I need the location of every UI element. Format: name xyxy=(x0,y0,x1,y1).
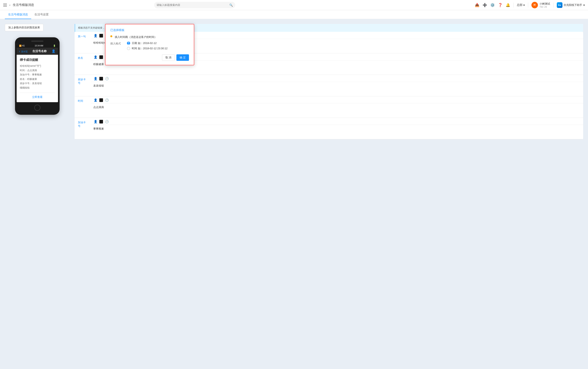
modal-header: 已选择模板 xyxy=(110,28,189,32)
phone-wrapper: 📶 4G 10:34 AM 🔋 ‹ 支付宝 生活号名称 👤 绑 xyxy=(5,37,70,115)
inbox-icon[interactable]: 📥 xyxy=(475,3,479,7)
search-icon[interactable]: 🔍 xyxy=(229,3,233,7)
phone-time: 10:34 AM xyxy=(35,45,43,47)
modal-option-datetime[interactable]: 时间 如：2018-02-12 23:30:12 xyxy=(127,47,167,50)
modal-indicator-row: 插入时间戳（消息送达客户的时间） xyxy=(110,35,189,39)
header-search: 🔍 xyxy=(154,2,235,8)
tab-settings[interactable]: 生活号设置 xyxy=(31,10,52,19)
tab-message[interactable]: 生活号模版消息 xyxy=(5,10,31,19)
phone-back-icon[interactable]: ‹ 支付宝 xyxy=(19,50,28,53)
avatar: 树 xyxy=(531,2,538,8)
header-left: ‹ 生活号模版消息 xyxy=(3,3,34,7)
user-info: 小树测试 TID: 29 xyxy=(539,2,550,8)
phone-link[interactable]: 立即查看 xyxy=(20,95,55,99)
user-tid: TID: 29 xyxy=(539,6,550,8)
form-section: 已选择模板 插入时间戳（消息送达客户的时间） 插入格式 日期 如：2018- xyxy=(75,24,583,364)
branch-selector[interactable]: 总部 ▾ xyxy=(517,3,525,7)
phone-nav-bar: ‹ 支付宝 生活号名称 👤 xyxy=(17,48,58,55)
radio-date[interactable] xyxy=(127,41,130,45)
bell-icon[interactable]: 🔔 xyxy=(506,3,510,7)
phone-card-title: 绑卡成功提醒 xyxy=(20,58,55,62)
phone-screen: 📶 4G 10:34 AM 🔋 ‹ 支付宝 生活号名称 👤 绑 xyxy=(17,44,58,102)
modal-indicator-label: 插入时间戳（消息送达客户的时间） xyxy=(115,35,157,39)
main-content: 加上参数内容后的预览效果 📶 4G 10:34 AM 🔋 ‹ 支付宝 xyxy=(0,19,588,369)
indicator-dot xyxy=(110,35,112,37)
page-title: 生活号模版消息 xyxy=(13,3,34,7)
phone-mockup: 📶 4G 10:34 AM 🔋 ‹ 支付宝 生活号名称 👤 绑 xyxy=(15,37,60,115)
help-icon[interactable]: ❓ xyxy=(498,3,502,7)
card-line-2: 时间：点点滴滴 xyxy=(20,68,55,73)
app-logo: Ea xyxy=(557,2,562,8)
card-line-6: 哦哦啦啦 xyxy=(20,86,55,90)
search-input[interactable] xyxy=(157,3,229,7)
phone-home-button[interactable] xyxy=(34,105,40,111)
back-icon[interactable]: ‹ xyxy=(9,3,10,7)
modal-format-row: 插入格式 日期 如：2018-02-12 时间 如：2018-02-12 23:… xyxy=(110,41,189,50)
timestamp-modal: 已选择模板 插入时间戳（消息送达客户的时间） 插入格式 日期 如：2018- xyxy=(105,24,194,65)
phone-status-bar: 📶 4G 10:34 AM 🔋 xyxy=(17,44,58,48)
radio-datetime[interactable] xyxy=(127,47,130,50)
user-profile[interactable]: 树 小树测试 TID: 29 xyxy=(531,2,550,8)
phone-speaker xyxy=(31,41,43,42)
preview-button[interactable]: 加上参数内容后的预览效果 xyxy=(5,24,43,31)
modal-buttons: 取 消 确 定 xyxy=(110,54,189,61)
settings-icon[interactable]: ⚙️ xyxy=(490,3,495,7)
phone-signal: 📶 4G xyxy=(19,45,25,47)
modal-options: 日期 如：2018-02-12 时间 如：2018-02-12 23:30:12 xyxy=(127,41,167,50)
modal-indicator xyxy=(110,35,112,37)
card-line-3: 加油卡号：事事顺遂 xyxy=(20,72,55,77)
header-divider-2 xyxy=(528,3,528,8)
header-divider xyxy=(513,3,514,8)
app-chevron-icon: ▾ xyxy=(583,3,585,7)
card-line-1: 哈哈哈${name!"空"} xyxy=(20,64,55,68)
phone-nav-title: 生活号名称 xyxy=(32,50,47,53)
phone-nav-user-icon: 👤 xyxy=(51,49,56,53)
confirm-button[interactable]: 确 定 xyxy=(176,54,189,61)
add-icon[interactable]: ➕ xyxy=(483,3,487,7)
header-divider-3 xyxy=(553,3,554,8)
hamburger-icon[interactable] xyxy=(3,4,7,7)
phone-battery: 🔋 xyxy=(53,45,56,47)
branch-chevron-icon: ▾ xyxy=(523,3,525,7)
preview-section: 加上参数内容后的预览效果 📶 4G 10:34 AM 🔋 ‹ 支付宝 xyxy=(5,24,70,364)
tabs-bar: 生活号模版消息 生活号设置 xyxy=(0,10,588,19)
phone-card-text: 哈哈哈${name!"空"} 时间：点点滴滴 加油卡号：事事顺遂 姓名：积极健康… xyxy=(20,64,55,90)
modal-option-date[interactable]: 日期 如：2018-02-12 xyxy=(127,41,167,45)
branch-label: 总部 xyxy=(517,3,523,7)
cancel-button[interactable]: 取 消 xyxy=(162,54,175,61)
card-line-5: 就诊卡号：袁袁缩缩 xyxy=(20,81,55,86)
header: ‹ 生活号模版消息 🔍 📥 ➕ ⚙️ ❓ 🔔 总部 ▾ 树 小树测试 TID: … xyxy=(0,0,588,10)
modal-overlay: 已选择模板 插入时间戳（消息送达客户的时间） 插入格式 日期 如：2018- xyxy=(73,24,583,364)
header-icons: 📥 ➕ ⚙️ ❓ 🔔 总部 ▾ 树 小树测试 TID: 29 Ea 欣兆阳线下助… xyxy=(475,2,585,8)
app-name: 欣兆阳线下助手 xyxy=(564,3,582,7)
card-line-4: 姓名：积极健康 xyxy=(20,77,55,82)
user-name: 小树测试 xyxy=(539,2,550,6)
phone-content: 绑卡成功提醒 哈哈哈${name!"空"} 时间：点点滴滴 加油卡号：事事顺遂 … xyxy=(17,55,58,102)
modal-format-label: 插入格式 xyxy=(110,41,124,45)
app-switcher[interactable]: Ea 欣兆阳线下助手 ▾ xyxy=(557,2,585,8)
